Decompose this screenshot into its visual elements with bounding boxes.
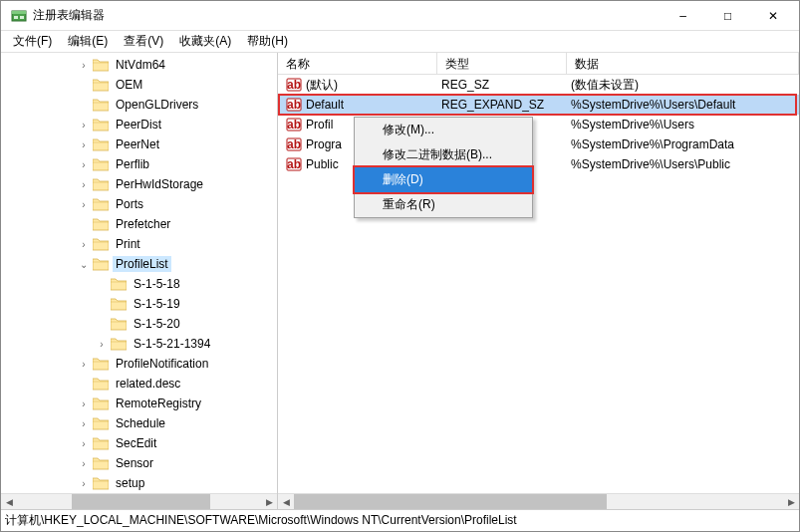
tree-item[interactable]: ›RemoteRegistry	[5, 394, 277, 413]
titlebar: 注册表编辑器 – □ ✕	[1, 1, 799, 31]
tree-item[interactable]: S-1-5-19	[5, 294, 277, 314]
tree-item[interactable]: ›ProfileNotification	[5, 354, 277, 374]
tree-item[interactable]: ›PeerDist	[5, 115, 277, 134]
tree-item[interactable]: ›Schedule	[5, 413, 277, 433]
scroll-thumb[interactable]	[294, 494, 607, 509]
chevron-right-icon[interactable]: ›	[77, 237, 91, 251]
folder-icon	[93, 79, 109, 92]
chevron-right-icon[interactable]: ›	[77, 118, 91, 132]
menu-favorites[interactable]: 收藏夹(A)	[171, 31, 239, 52]
tree-item[interactable]: ›Perflib	[5, 154, 277, 174]
toggle-spacer	[77, 98, 91, 112]
context-modify[interactable]: 修改(M)...	[355, 118, 532, 142]
column-name[interactable]: 名称	[278, 53, 437, 74]
menu-edit[interactable]: 编辑(E)	[60, 31, 116, 52]
menu-view[interactable]: 查看(V)	[116, 31, 171, 52]
context-delete[interactable]: 删除(D)	[353, 165, 534, 194]
chevron-right-icon[interactable]: ›	[77, 416, 91, 430]
folder-icon	[93, 378, 109, 391]
chevron-right-icon[interactable]: ›	[77, 476, 91, 490]
chevron-right-icon[interactable]: ›	[95, 337, 109, 351]
list-body[interactable]: ab(默认)REG_SZ(数值未设置)abDefaultREG_EXPAND_S…	[278, 75, 799, 493]
folder-icon	[93, 477, 109, 490]
menu-help[interactable]: 帮助(H)	[239, 31, 296, 52]
context-menu: 修改(M)... 修改二进制数据(B)... 删除(D) 重命名(R)	[354, 117, 533, 218]
app-icon	[11, 8, 27, 24]
chevron-right-icon[interactable]: ›	[77, 357, 91, 371]
list-row[interactable]: abDefaultREG_EXPAND_SZ%SystemDrive%\User…	[278, 95, 799, 115]
tree-label: Schedule	[113, 415, 168, 431]
string-value-icon: ab	[286, 117, 302, 133]
tree-label: related.desc	[113, 376, 183, 392]
svg-rect-3	[20, 16, 24, 19]
folder-icon	[111, 278, 127, 291]
svg-text:ab: ab	[287, 137, 301, 151]
tree-item[interactable]: ›S-1-5-21-1394	[5, 334, 277, 354]
chevron-down-icon[interactable]: ⌄	[77, 257, 91, 271]
tree-item[interactable]: ›Print	[5, 234, 277, 254]
tree-item[interactable]: ›setup	[5, 473, 277, 493]
svg-rect-1	[12, 11, 26, 14]
chevron-right-icon[interactable]: ›	[77, 197, 91, 211]
toggle-spacer	[95, 277, 109, 291]
tree-h-scrollbar[interactable]: ◀ ▶	[1, 493, 277, 509]
folder-icon	[93, 238, 109, 251]
svg-text:ab: ab	[287, 78, 301, 92]
maximize-button[interactable]: □	[705, 1, 750, 31]
scroll-right-icon[interactable]: ▶	[783, 494, 799, 510]
folder-icon	[93, 398, 109, 410]
toggle-spacer	[77, 217, 91, 231]
tree-label: Prefetcher	[113, 216, 173, 232]
tree-item[interactable]: ›PerHwIdStorage	[5, 174, 277, 194]
menubar: 文件(F) 编辑(E) 查看(V) 收藏夹(A) 帮助(H)	[1, 31, 799, 53]
folder-icon	[111, 298, 127, 311]
chevron-right-icon[interactable]: ›	[77, 436, 91, 450]
folder-icon	[93, 158, 109, 171]
value-name: Progra	[306, 137, 342, 151]
tree-scroll[interactable]: ›NtVdm64OEMOpenGLDrivers›PeerDist›PeerNe…	[1, 53, 277, 509]
close-button[interactable]: ✕	[750, 1, 795, 31]
column-data[interactable]: 数据	[567, 53, 799, 74]
tree-item[interactable]: OEM	[5, 75, 277, 95]
scroll-left-icon[interactable]: ◀	[278, 494, 294, 510]
tree-item[interactable]: ›SecEdit	[5, 433, 277, 453]
value-name: Profil	[306, 118, 333, 132]
chevron-right-icon[interactable]: ›	[77, 177, 91, 191]
folder-icon	[93, 437, 109, 450]
tree-item[interactable]: ›Sensor	[5, 453, 277, 473]
scroll-thumb[interactable]	[72, 494, 210, 509]
tree-item[interactable]: related.desc	[5, 374, 277, 394]
column-type[interactable]: 类型	[437, 53, 567, 74]
tree-label: PeerNet	[113, 136, 162, 152]
tree-item[interactable]: S-1-5-20	[5, 314, 277, 334]
folder-icon	[93, 119, 109, 132]
context-rename[interactable]: 重命名(R)	[355, 192, 532, 217]
tree-item[interactable]: ›PeerNet	[5, 134, 277, 154]
menu-file[interactable]: 文件(F)	[5, 31, 60, 52]
tree-item[interactable]: ⌄ProfileList	[5, 254, 277, 274]
list-row[interactable]: ab(默认)REG_SZ(数值未设置)	[278, 75, 799, 95]
tree-item[interactable]: ›Ports	[5, 194, 277, 214]
context-modify-binary[interactable]: 修改二进制数据(B)...	[355, 142, 532, 167]
tree-item[interactable]: S-1-5-18	[5, 274, 277, 294]
folder-icon	[93, 417, 109, 430]
scroll-left-icon[interactable]: ◀	[1, 494, 17, 509]
list-h-scrollbar[interactable]: ◀ ▶	[278, 493, 799, 509]
value-type: REG_SZ	[437, 78, 567, 92]
minimize-button[interactable]: –	[661, 1, 705, 31]
chevron-right-icon[interactable]: ›	[77, 397, 91, 410]
string-value-icon: ab	[286, 97, 302, 113]
tree-label: ProfileList	[113, 256, 171, 272]
window-title: 注册表编辑器	[33, 7, 105, 24]
tree-item[interactable]: OpenGLDrivers	[5, 95, 277, 115]
tree-item[interactable]: Prefetcher	[5, 214, 277, 234]
tree-label: PerHwIdStorage	[113, 176, 206, 192]
scroll-right-icon[interactable]: ▶	[261, 494, 277, 509]
chevron-right-icon[interactable]: ›	[77, 58, 91, 72]
tree-label: SecEdit	[113, 435, 159, 451]
tree-item[interactable]: ›NtVdm64	[5, 55, 277, 75]
content-area: ›NtVdm64OEMOpenGLDrivers›PeerDist›PeerNe…	[1, 53, 799, 509]
chevron-right-icon[interactable]: ›	[77, 456, 91, 470]
chevron-right-icon[interactable]: ›	[77, 137, 91, 151]
chevron-right-icon[interactable]: ›	[77, 157, 91, 171]
